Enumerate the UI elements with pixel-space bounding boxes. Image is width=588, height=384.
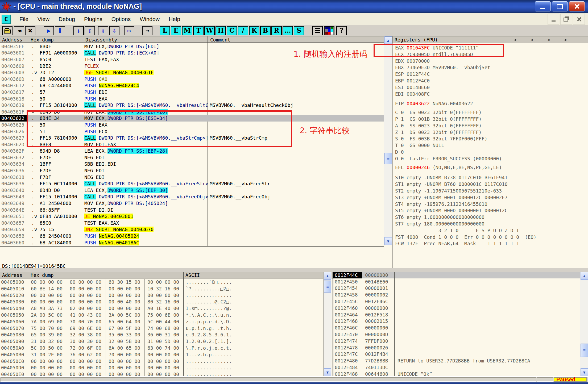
register-line[interactable]: EAX 001643FC UNICODE “111111” [395,45,587,51]
register-line[interactable]: EBX 73469E3D MSVBVM60.__vbaObjSet [395,64,587,71]
register-line[interactable]: D 0 [395,149,587,156]
menu-item-debug[interactable]: Debug [54,16,80,22]
register-line[interactable]: ST7 empty 180.00000000000000000 [395,221,587,227]
register-line[interactable]: P 1 CS 001B 32bit 0(FFFFFFFF) [395,116,587,123]
animate-over-button[interactable]: ⇩ [109,26,119,35]
stack-row[interactable]: 0012F46000000000 [333,305,580,311]
mdi-minimize-button[interactable] [548,14,559,25]
register-line[interactable]: ST6 empty 1.0000000000000000000 [395,214,587,221]
collapse-icon[interactable]: < [531,37,533,43]
register-line[interactable]: ST5 empty +UNORM 000D 00000001 0000012C [395,207,587,214]
view-references-button[interactable]: R [271,26,282,35]
register-line[interactable]: EBP 0012F4C0 [395,78,587,84]
dump-row[interactable]: 0040508065 00 39 0032 00 38 0035 00 33 0… [0,332,333,338]
view-threads-button[interactable]: T [193,26,204,35]
disasm-row[interactable]: 00403640.8D4D D0LEA ECX,DWORD PTR SS:[EB… [0,187,384,194]
scroll-up-icon[interactable]: ▲ [384,36,392,44]
collapse-icon[interactable]: < [514,37,517,43]
collapse-icon[interactable]: < [547,37,550,43]
minimize-button[interactable] [535,1,551,11]
view-windows-button[interactable]: W [204,26,215,35]
run-button[interactable]: ▶ [44,26,54,35]
menu-item-plugins[interactable]: Plugins [80,16,107,22]
disasm-row[interactable]: 00403643.FF15 10114000CALL DWORD PTR DS:… [0,194,384,200]
dump-row[interactable]: 0040503000 00 00 0000 00 00 0000 00 40 0… [0,299,333,305]
view-memory-button[interactable]: M [182,26,192,35]
disasm-row[interactable]: 00403632.F7DFNEG EDI [0,154,384,161]
disasm-row[interactable]: 00403649.A1 24504000MOV EAX,DWORD PTR DS… [0,200,384,207]
register-line[interactable]: ST4 empty -195976.21122416455010 [395,201,587,208]
register-line[interactable]: FCW 137F Prec NEAR,64 Mask 1 1 1 1 1 1 [395,240,587,247]
disasm-row[interactable]: 00403622.8B4E 34MOV ECX,DWORD PTR DS:[ES… [0,115,384,122]
scroll-down-icon[interactable]: ▼ [324,368,331,376]
view-handles-button[interactable]: H [216,26,226,35]
collapse-icon[interactable]: < [564,37,567,43]
stack-row[interactable]: 0012F47C0012F4B4 [333,351,580,358]
disasm-row[interactable]: 00403601.FF91 A0000000CALL DWORD PTR DS:… [0,50,384,56]
stack-row[interactable]: 0012F48800644608UNICODE “Ok” [333,371,580,376]
register-line[interactable]: EDX 00070000 [395,58,587,65]
disasm-row[interactable]: 0040365B.68 24504000PUSH NoNAG.00405024 [0,233,384,239]
disasm-row[interactable]: 00403659.v75 15JNZ SHORT NoNAG.00403670 [0,226,384,233]
horizontal-splitter[interactable] [0,268,588,272]
mdi-close-button[interactable] [573,14,585,25]
register-line[interactable]: ESP 0012F44C [395,71,587,78]
disasm-row[interactable]: 00403627.FF15 78104000CALL DWORD PTR DS:… [0,135,384,141]
disasm-row[interactable]: 00403617.57PUSH EDI [0,89,384,95]
scroll-up-icon[interactable]: ▲ [324,272,331,280]
disassembly-panel[interactable]: Address Hex dump Disassembly Comment 004… [0,36,384,268]
disasm-row[interactable]: 00403636.F7DFNEG EDI [0,167,384,174]
register-line[interactable]: 3 2 1 0 E S P U O Z D I [395,227,587,234]
disasm-row[interactable]: 00403657.85C0TEST EAX,EAX [0,220,384,226]
scroll-thumb[interactable]: ≡ [384,153,392,164]
disasm-row[interactable]: 00403619.FF15 38104000CALL DWORD PTR DS:… [0,102,384,108]
register-line[interactable]: EFL 00000246 (NO,NB,E,BE,NS,PE,GE,LE) [395,164,587,171]
column-divider[interactable] [362,272,362,376]
register-line[interactable]: ST2 empty -1.1967471500567551210e-633 [395,188,587,194]
stack-row[interactable]: 0012F46800002015 [333,318,580,325]
register-line[interactable]: Z 1 DS 0023 32bit 0(FFFFFFFF) [395,129,587,136]
view-source-button[interactable]: S [294,26,304,35]
animate-into-button[interactable]: ⇓ [98,26,108,35]
disasm-row[interactable]: 0040362D.8BF8MOV EDI,EAX [0,141,384,148]
go-to-button[interactable]: → [142,26,152,35]
menu-item-options[interactable]: Options [107,16,135,22]
view-call-stack-button[interactable]: K [249,26,259,35]
disasm-row[interactable]: 0040360D.68 A0000000PUSH 0A0 [0,76,384,82]
dump-row[interactable]: 004050C000 00 00 0000 00 00 0000 00 00 0… [0,358,333,365]
dump-row[interactable]: 004050A05C 00 50 0072 00 6F 006A 00 65 0… [0,345,333,352]
stack-panel[interactable]: 0012F44C000000000012F4500014BE600012F454… [333,272,580,376]
view-cpu-button[interactable]: C [227,26,237,35]
disasm-row[interactable]: 00403651.v0F84 AA010000JE NoNAG.00403801 [0,213,384,220]
disasm-row[interactable]: 00403607.85C0TEST EAX,EAX [0,56,384,63]
menu-item-help[interactable]: Help [164,16,185,22]
step-over-button[interactable]: ↧ [85,26,95,35]
disasm-row[interactable]: 00403612.68 C4244000PUSH NoNAG.004024C4 [0,82,384,89]
disasm-row[interactable]: 00403609.DBE2FCLEX [0,63,384,69]
register-line[interactable]: ST3 empty +UNORM 0001 0000012C 000002F7 [395,194,587,201]
register-line[interactable]: A 0 SS 0023 32bit 0(FFFFFFFF) [395,123,587,129]
register-line[interactable]: T 0 GS 0000 NULL [395,142,587,149]
maximize-button[interactable] [552,1,568,11]
dump-row[interactable]: 0040500000 00 00 0000 00 00 0060 30 15 0… [0,279,333,286]
stack-row[interactable]: 0012F48077D2B8BBRETURN to USER32.77D2B8B… [333,357,580,364]
help-button[interactable]: ? [336,26,347,35]
view-executables-button[interactable]: E [171,26,181,35]
stack-row[interactable]: 0012F45400000001 [333,285,580,292]
stack-row[interactable]: 0012F44C00000000 [333,272,580,278]
stack-row[interactable]: 0012F4700000000D [333,331,580,338]
open-file-button[interactable] [2,26,13,35]
view-run-trace-button[interactable]: … [283,26,293,35]
restart-button[interactable]: ◀◀ [14,26,24,35]
execute-till-return-button[interactable]: ↦ [124,26,134,35]
menu-item-view[interactable]: View [33,16,54,22]
view-breakpoints-button[interactable]: B [260,26,271,35]
dump-row[interactable]: 004050502A 00 5C 0041 00 43 003A 00 5C 0… [0,312,333,319]
scroll-down-icon[interactable]: ▼ [384,237,392,245]
disasm-row[interactable]: 00403638.F7DFNEG EDI [0,174,384,181]
dump-row[interactable]: 004050D000 00 00 0000 00 00 0000 00 00 0… [0,365,333,371]
register-line[interactable]: S 0 FS 003B 32bit 7FFDF000(FFF) [395,136,587,142]
windows-list-button[interactable] [312,26,323,35]
dump-row[interactable]: 0040501060 BE 14 0000 00 00 0000 00 00 0… [0,286,333,292]
disasm-row[interactable]: 00403634.1BFFSBB EDI,EDI [0,161,384,168]
